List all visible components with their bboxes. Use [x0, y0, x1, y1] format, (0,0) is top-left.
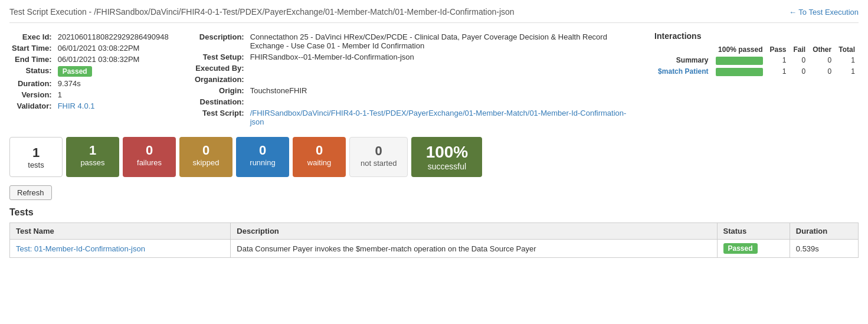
interaction-row: Summary1001: [654, 55, 859, 66]
interaction-link2[interactable]: Patient: [684, 67, 708, 76]
start-time-row: Start Time: 06/01/2021 03:08:22PM: [9, 42, 171, 54]
tests-label: tests: [21, 161, 51, 169]
executed-by-value: [248, 63, 643, 74]
start-time-label: Start Time:: [9, 42, 55, 54]
test-duration-cell: 0.539s: [790, 240, 858, 258]
meta-left: Exec Id: 20210601180822929286490948 Star…: [9, 31, 171, 127]
waiting-label: waiting: [303, 158, 335, 167]
status-badge: Passed: [58, 66, 92, 77]
test-setup-row: Test Setup: FHIRSandbox--01-Member-Id-Co…: [183, 51, 643, 63]
failures-num: 0: [133, 143, 165, 158]
progress-bar-fill: [716, 57, 763, 65]
interaction-progress-cell: [712, 66, 767, 77]
stats-row: 1 tests 1 passes 0 failures 0 skipped 0 …: [9, 137, 859, 177]
main-content: Exec Id: 20210601180822929286490948 Star…: [9, 31, 859, 127]
version-label: Version:: [9, 89, 55, 100]
description-row: Description: Connectathon 25 - DaVinci H…: [183, 31, 643, 51]
status-cell: Passed: [55, 65, 171, 78]
origin-value: TouchstoneFHIR: [248, 85, 643, 96]
interaction-pass: 1: [767, 55, 790, 66]
organization-value: [248, 74, 643, 85]
stat-skipped: 0 skipped: [179, 137, 232, 177]
destination-label: Destination:: [183, 96, 248, 107]
col-total: Total: [835, 44, 859, 55]
interaction-progress-cell: [712, 55, 767, 66]
exec-id-label: Exec Id:: [9, 31, 55, 42]
interaction-link[interactable]: $match: [658, 67, 683, 76]
test-status-cell: Passed: [717, 240, 790, 258]
exec-id-row: Exec Id: 20210601180822929286490948: [9, 31, 171, 42]
executed-by-label: Executed By:: [183, 63, 248, 74]
failures-label: failures: [133, 158, 165, 167]
validator-cell: FHIR 4.0.1: [55, 100, 171, 112]
interactions-panel: Interactions 100% passed Pass Fail Other…: [654, 31, 859, 127]
destination-value: [248, 96, 643, 107]
destination-row: Destination:: [183, 96, 643, 107]
stat-waiting: 0 waiting: [293, 137, 346, 177]
interaction-row: $match Patient1001: [654, 66, 859, 77]
stat-success: 100% successful: [411, 137, 482, 177]
col-test-duration: Duration: [790, 223, 858, 240]
validator-row: Validator: FHIR 4.0.1: [9, 100, 171, 112]
test-setup-value: FHIRSandbox--01-Member-Id-Confirmation-j…: [248, 51, 643, 63]
page-title: Test Script Execution - /FHIRSandbox/DaV…: [9, 6, 515, 18]
description-value: Connectathon 25 - DaVinci HRex/CDex/PCDE…: [248, 31, 643, 51]
col-test-name: Test Name: [10, 223, 231, 240]
title-subtitle: - /FHIRSandbox/DaVinci/FHIR4-0-1-Test/PD…: [87, 7, 515, 17]
progress-bar-container: [716, 68, 763, 76]
duration-row: Duration: 9.374s: [9, 78, 171, 89]
test-name-link[interactable]: Test: 01-Member-Id-Confirmation-json: [16, 244, 145, 253]
page-header: Test Script Execution - /FHIRSandbox/DaV…: [9, 6, 859, 23]
executed-by-row: Executed By:: [183, 63, 643, 74]
organization-label: Organization:: [183, 74, 248, 85]
back-link[interactable]: To Test Execution: [789, 8, 859, 17]
interaction-fail: 0: [790, 55, 810, 66]
exec-id-value: 20210601180822929286490948: [55, 31, 171, 42]
title-main: Test Script Execution: [9, 7, 87, 17]
validator-label: Validator:: [9, 100, 55, 112]
tests-header-row: Test Name Description Status Duration: [10, 223, 859, 240]
meta-left-table: Exec Id: 20210601180822929286490948 Star…: [9, 31, 171, 112]
passes-label: passes: [77, 158, 109, 167]
tests-section-title: Tests: [9, 207, 859, 218]
col-pass: Pass: [767, 44, 790, 55]
success-pct: 100%: [426, 143, 469, 162]
running-num: 0: [247, 143, 279, 158]
validator-link[interactable]: FHIR 4.0.1: [58, 102, 95, 110]
test-name-cell: Test: 01-Member-Id-Confirmation-json: [10, 240, 231, 258]
interactions-table: 100% passed Pass Fail Other Total Summar…: [654, 44, 859, 77]
test-script-cell: /FHIRSandbox/DaVinci/FHIR4-0-1-Test/PDEX…: [248, 107, 643, 127]
waiting-num: 0: [303, 143, 335, 158]
interaction-other: 0: [809, 66, 835, 77]
refresh-button[interactable]: Refresh: [9, 185, 52, 200]
version-row: Version: 1: [9, 89, 171, 100]
notstarted-num: 0: [361, 143, 397, 159]
version-value: 1: [55, 89, 171, 100]
end-time-label: End Time:: [9, 54, 55, 65]
interaction-label-cell: Summary: [654, 55, 712, 66]
duration-value: 9.374s: [55, 78, 171, 89]
running-label: running: [247, 158, 279, 167]
interaction-total: 1: [835, 66, 859, 77]
tests-num: 1: [21, 145, 51, 161]
table-row: Test: 01-Member-Id-Confirmation-jsonData…: [10, 240, 859, 258]
progress-bar-container: [716, 57, 763, 65]
col-passed: 100% passed: [712, 44, 767, 55]
notstarted-label: not started: [361, 159, 397, 168]
test-script-label: Test Script:: [183, 107, 248, 127]
col-label: [654, 44, 712, 55]
success-label: successful: [428, 162, 466, 171]
test-script-link[interactable]: /FHIRSandbox/DaVinci/FHIR4-0-1-Test/PDEX…: [250, 109, 627, 126]
tests-table: Test Name Description Status Duration Te…: [9, 222, 859, 258]
status-row: Status: Passed: [9, 65, 171, 78]
meta-center-table: Description: Connectathon 25 - DaVinci H…: [183, 31, 643, 127]
organization-row: Organization:: [183, 74, 643, 85]
interaction-other: 0: [809, 55, 835, 66]
duration-label: Duration:: [9, 78, 55, 89]
stat-failures: 0 failures: [123, 137, 176, 177]
test-setup-label: Test Setup:: [183, 51, 248, 63]
tests-section: Tests Test Name Description Status Durat…: [9, 207, 859, 258]
end-time-value: 06/01/2021 03:08:32PM: [55, 54, 171, 65]
interaction-total: 1: [835, 55, 859, 66]
meta-center: Description: Connectathon 25 - DaVinci H…: [183, 31, 643, 127]
